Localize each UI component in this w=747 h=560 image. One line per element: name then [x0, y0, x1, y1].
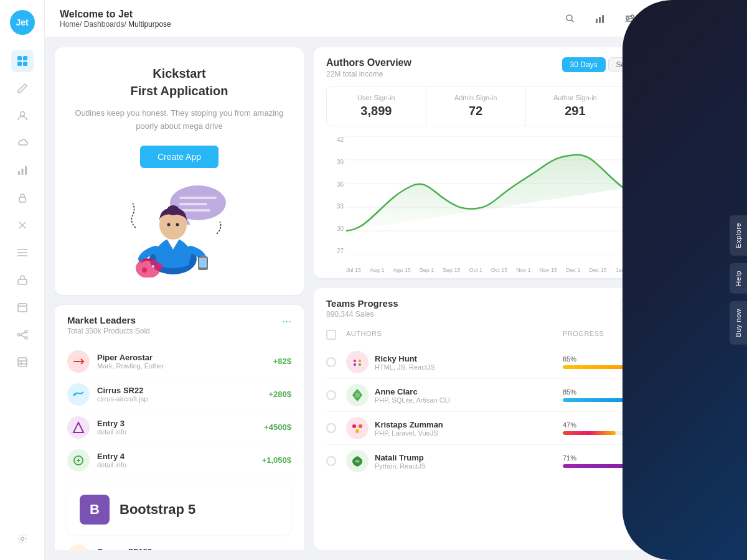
tab-30days[interactable]: 30 Days	[562, 57, 606, 72]
svg-rect-17	[596, 19, 598, 23]
team-avatar-2	[346, 384, 369, 406]
market-info-4: Entry 4 detail info	[97, 452, 262, 469]
svg-point-37	[156, 263, 163, 269]
team-info-2: Anne Clarc PHP, SQLite, Artisan CLI	[375, 387, 563, 404]
teams-title: Teams Progress	[326, 298, 398, 309]
team-name-1: Ricky Hunt	[375, 354, 563, 363]
svg-rect-14	[18, 358, 27, 366]
svg-rect-2	[17, 62, 22, 66]
team-info-1: Ricky Hunt HTML, JS, ReactJS	[375, 354, 563, 371]
market-logo-4	[67, 449, 90, 472]
sidebar-item-edit[interactable]	[11, 77, 34, 100]
market-logo-5	[67, 544, 90, 550]
row-checkbox-3[interactable]	[326, 423, 336, 433]
team-avatar-4	[346, 450, 369, 472]
team-tech-3: PHP, Laravel, VueJS	[375, 429, 563, 437]
stat-value-admin: 72	[431, 104, 520, 118]
svg-point-53	[354, 360, 356, 362]
sidebar-item-cloud[interactable]	[11, 132, 34, 154]
market-name-5: Cessna SF150	[97, 547, 268, 550]
sidebar-item-table[interactable]	[11, 351, 34, 373]
sidebar-item-dashboard[interactable]	[11, 50, 34, 72]
sidebar-item-menu[interactable]	[11, 241, 34, 264]
market-detail-2: cirrus-aircraft.jsp	[97, 395, 268, 403]
svg-rect-18	[599, 17, 601, 23]
sidebar-item-box[interactable]	[11, 269, 34, 291]
svg-rect-0	[17, 56, 22, 60]
market-item: Entry 3 detail info +4500$	[67, 411, 291, 444]
right-panel: Explore Help Buy now	[622, 0, 747, 560]
team-name-4: Natali Trump	[375, 453, 563, 462]
market-value-1: +82$	[273, 357, 291, 366]
team-name-3: Kristaps Zumman	[375, 420, 563, 429]
sidebar-item-connections[interactable]	[11, 324, 34, 346]
svg-rect-27	[179, 209, 210, 212]
svg-point-31	[167, 223, 171, 226]
svg-point-30	[167, 205, 179, 215]
market-detail-3: detail info	[97, 428, 264, 436]
svg-rect-7	[25, 166, 27, 175]
team-tech-2: PHP, SQLite, Artisan CLI	[375, 396, 563, 404]
left-column: KickstartFirst Application Outlines keep…	[55, 47, 304, 550]
sidebar-item-user[interactable]	[11, 105, 34, 127]
market-detail-1: Mark, Rowling, Esther	[97, 362, 273, 370]
svg-point-39	[152, 265, 154, 268]
market-name-3: Entry 3	[97, 419, 264, 428]
help-tab[interactable]: Help	[730, 263, 747, 294]
stat-label-user: User Sign-in	[332, 94, 421, 101]
team-tech-1: HTML, JS, ReactJS	[375, 363, 563, 371]
team-name-2: Anne Clarc	[375, 387, 563, 396]
hero-illustration	[117, 178, 242, 278]
authors-subtitle: 22M total income	[326, 70, 411, 78]
row-checkbox-1[interactable]	[326, 357, 336, 367]
sidebar-item-calendar[interactable]	[11, 296, 34, 319]
svg-rect-3	[23, 62, 27, 66]
sidebar-settings[interactable]	[11, 528, 34, 550]
kickstart-card: KickstartFirst Application Outlines keep…	[55, 47, 304, 295]
market-info-2: Cirrus SR22 cirrus-aircraft.jsp	[97, 386, 268, 403]
svg-marker-42	[73, 422, 83, 432]
market-logo-3	[67, 416, 90, 439]
row-checkbox-4[interactable]	[326, 456, 336, 466]
svg-point-56	[359, 363, 361, 366]
authors-title: Authors Overview	[326, 57, 411, 68]
buy-now-tab[interactable]: Buy now	[730, 301, 747, 345]
svg-point-61	[359, 424, 362, 428]
svg-rect-26	[179, 203, 207, 205]
bootstrap-title: Bootstrap 5	[120, 502, 195, 518]
market-info-5: Cessna SF150 cessna-aircraft.class.jsp	[97, 547, 268, 550]
svg-point-16	[566, 15, 572, 21]
row-checkbox-2[interactable]	[326, 390, 336, 400]
sidebar-item-lock[interactable]	[11, 187, 34, 209]
progress-bar-3	[563, 431, 616, 435]
svg-rect-19	[602, 15, 604, 23]
sidebar-item-chart[interactable]	[11, 159, 34, 182]
svg-point-12	[25, 330, 27, 333]
col-check	[326, 330, 346, 340]
market-more-button[interactable]: ···	[282, 315, 291, 328]
stat-label-author: Author Sign-in	[531, 94, 620, 101]
stat-admin-signin: Admin Sign-in 72	[426, 86, 526, 126]
market-info-1: Piper Aerostar Mark, Rowling, Esther	[97, 353, 273, 370]
analytics-icon[interactable]	[590, 9, 610, 29]
app-logo[interactable]: Jet	[10, 10, 35, 35]
market-item: Cessna SF150 cessna-aircraft.class.jsp +…	[67, 539, 291, 550]
header-title-section: Welcome to Jet Home/ Dashboards/ Multipu…	[60, 9, 560, 29]
svg-point-54	[359, 360, 361, 362]
team-info-4: Natali Trump Python, ReactJS	[375, 453, 563, 470]
chart-yaxis: 423936333027	[326, 136, 344, 254]
explore-tab[interactable]: Explore	[730, 215, 747, 256]
market-name-4: Entry 4	[97, 452, 262, 461]
sidebar-item-close[interactable]	[11, 214, 34, 236]
svg-point-52	[349, 354, 365, 370]
create-app-button[interactable]: Create App	[140, 146, 218, 168]
kickstart-description: Outlines keep you honest. They stoping y…	[70, 107, 289, 133]
market-item: Entry 4 detail info +1,050$	[67, 444, 291, 477]
market-leaders-card: Market Leaders Total 350k Products Sold …	[55, 305, 304, 550]
page-title: Welcome to Jet	[60, 9, 560, 20]
svg-rect-5	[18, 171, 20, 175]
team-info-3: Kristaps Zumman PHP, Laravel, VueJS	[375, 420, 563, 437]
search-icon[interactable]	[560, 9, 580, 29]
svg-point-4	[20, 112, 24, 116]
stat-author-signin: Author Sign-in 291	[526, 86, 626, 126]
